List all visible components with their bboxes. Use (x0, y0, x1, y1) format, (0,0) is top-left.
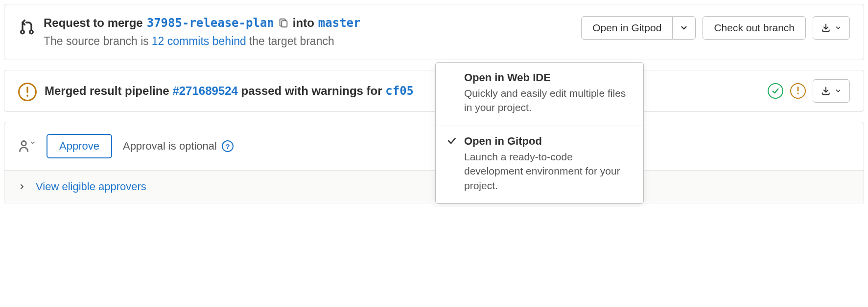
pipeline-widget: Merged result pipeline #271689524 passed… (4, 70, 864, 112)
merge-into-text: into (293, 16, 314, 30)
merge-title-prefix: Request to merge (44, 16, 143, 30)
dropdown-option-desc: Quickly and easily edit multiple files i… (464, 86, 633, 115)
svg-rect-6 (798, 93, 799, 95)
approve-button[interactable]: Approve (47, 134, 112, 158)
commits-behind-link[interactable]: 12 commits behind (152, 35, 246, 48)
merge-request-body: Request to merge 37985-release-plan into… (44, 16, 573, 48)
target-branch-link[interactable]: master (318, 16, 361, 30)
dropdown-check-slot (446, 71, 457, 72)
help-icon[interactable]: ? (222, 140, 234, 152)
stage-success-icon[interactable] (768, 83, 783, 99)
view-approvers-link[interactable]: View eligible approvers (36, 180, 146, 193)
checkout-branch-button[interactable]: Check out branch (703, 16, 806, 40)
download-artifacts-button[interactable] (813, 79, 850, 103)
svg-rect-5 (798, 87, 799, 91)
open-in-gitpod-button[interactable]: Open in Gitpod (581, 16, 673, 40)
open-in-dropdown-menu: Open in Web IDE Quickly and easily edit … (435, 62, 644, 204)
merge-actions: Open in Gitpod Check out branch (581, 16, 850, 40)
pipeline-commit-link[interactable]: cf05 (385, 84, 414, 98)
dropdown-option-title: Open in Gitpod (464, 135, 633, 148)
svg-rect-4 (26, 95, 28, 97)
behind-suffix: the target branch (249, 35, 334, 48)
open-in-button-group: Open in Gitpod (581, 16, 696, 40)
approval-widget: Approve Approval is optional ? View elig… (4, 122, 864, 203)
pipeline-status-warning-icon (18, 83, 37, 101)
download-button[interactable] (813, 16, 850, 40)
svg-rect-3 (26, 87, 28, 93)
pipeline-middle-text: passed with warnings for (241, 84, 382, 97)
chevron-down-icon (835, 88, 842, 94)
dropdown-option-web-ide[interactable]: Open in Web IDE Quickly and easily edit … (436, 63, 643, 126)
svg-rect-2 (282, 21, 287, 27)
approver-selector-icon[interactable] (18, 139, 36, 153)
chevron-down-icon (680, 23, 688, 32)
pipeline-id-link[interactable]: #271689524 (172, 84, 237, 97)
dropdown-option-desc: Launch a ready-to-code development envir… (464, 150, 633, 193)
view-approvers-row[interactable]: View eligible approvers (4, 170, 864, 203)
behind-prefix: The source branch is (44, 35, 149, 48)
download-icon (821, 23, 831, 33)
chevron-right-icon (18, 183, 26, 191)
check-icon (446, 135, 457, 148)
approval-note-text: Approval is optional (123, 140, 217, 153)
pipeline-actions (768, 79, 850, 103)
copy-branch-icon[interactable] (278, 18, 289, 28)
open-in-dropdown-toggle[interactable] (673, 16, 696, 40)
chevron-down-icon (835, 24, 842, 31)
dropdown-option-title: Open in Web IDE (464, 71, 633, 84)
merge-request-icon (18, 18, 36, 38)
stage-warning-icon[interactable] (790, 83, 806, 99)
download-icon (821, 86, 831, 96)
merge-request-widget: Request to merge 37985-release-plan into… (4, 4, 864, 60)
pipeline-body: Merged result pipeline #271689524 passed… (45, 84, 760, 98)
pipeline-leading-text: Merged result pipeline (45, 84, 169, 97)
svg-point-7 (22, 141, 26, 146)
source-branch-link[interactable]: 37985-release-plan (147, 16, 274, 30)
dropdown-option-gitpod[interactable]: Open in Gitpod Launch a ready-to-code de… (436, 126, 643, 203)
